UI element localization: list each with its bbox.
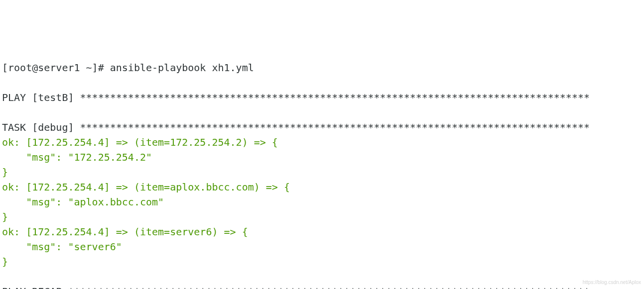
ok-line: ok: [172.25.254.4] => (item=172.25.254.2… (2, 136, 278, 148)
ok-line: "msg": "aplox.bbcc.com" (2, 196, 164, 208)
prompt: [root@server1 ~]# (2, 62, 110, 74)
ok-line: } (2, 166, 8, 178)
task-header: TASK [debug] ***************************… (2, 121, 590, 133)
ok-line: "msg": "172.25.254.2" (2, 151, 152, 163)
ok-line: "msg": "server6" (2, 241, 122, 253)
watermark-text: https://blog.csdn.net/Aplox (583, 279, 641, 286)
recap-header: PLAY RECAP *****************************… (2, 286, 590, 289)
ok-line: } (2, 211, 8, 223)
ok-line: ok: [172.25.254.4] => (item=server6) => … (2, 226, 248, 238)
play-header: PLAY [testB] ***************************… (2, 92, 590, 103)
command-text: ansible-playbook xh1.yml (110, 62, 254, 74)
ok-line: ok: [172.25.254.4] => (item=aplox.bbcc.c… (2, 181, 290, 193)
terminal-output[interactable]: [root@server1 ~]# ansible-playbook xh1.y… (2, 60, 642, 289)
ok-line: } (2, 256, 8, 268)
